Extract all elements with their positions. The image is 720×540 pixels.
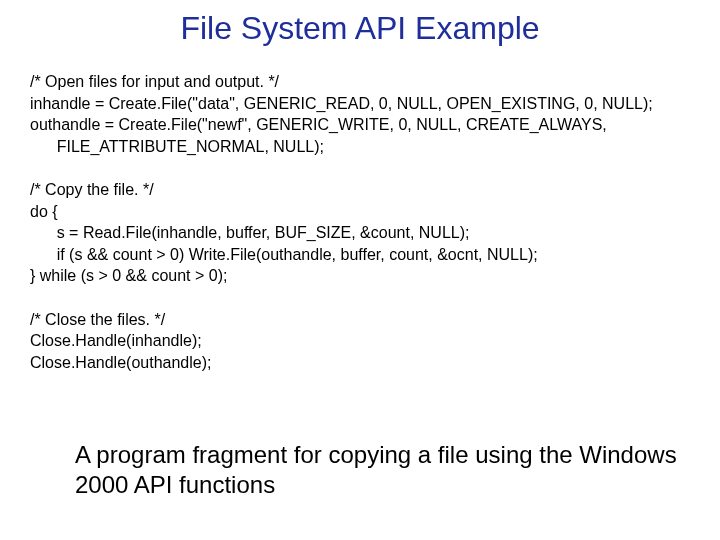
caption-text: A program fragment for copying a file us…	[75, 440, 680, 500]
slide: File System API Example /* Open files fo…	[0, 0, 720, 540]
code-block: /* Open files for input and output. */ i…	[0, 53, 720, 373]
slide-title: File System API Example	[0, 0, 720, 53]
